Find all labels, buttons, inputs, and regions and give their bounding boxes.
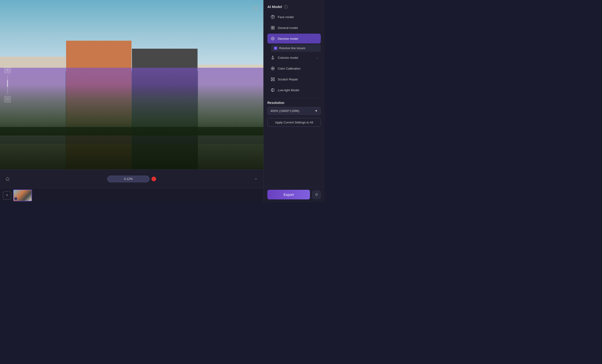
record-button[interactable] xyxy=(151,177,156,181)
resolve-line-issues-label: Resolve line issues xyxy=(279,46,318,50)
spacer xyxy=(264,130,324,187)
resolve-line-issues-checkbox[interactable] xyxy=(274,47,277,50)
colorize-model-label: Colorize model xyxy=(278,56,314,60)
low-light-label: Low-light Model xyxy=(278,88,318,92)
low-light-icon xyxy=(270,87,275,93)
svg-point-17 xyxy=(272,58,273,59)
resolution-value: 400% (16800*11996) xyxy=(270,109,299,113)
zoom-controls: + − xyxy=(4,67,11,103)
denoise-model-icon xyxy=(270,36,275,41)
colorize-model-icon xyxy=(270,55,275,60)
model-item-scratch-repair[interactable]: Scratch Repair xyxy=(267,74,321,84)
resolution-select[interactable]: 400% (16800*11996) ▼ xyxy=(267,107,321,115)
download-icon: ↓ xyxy=(316,56,318,60)
export-area: Export ⚙ xyxy=(264,187,324,202)
ai-model-section: AI Model i Face model xyxy=(264,5,324,96)
canvas-area: + − 0.12% xyxy=(0,0,263,202)
thumbnail-strip: + xyxy=(0,188,263,202)
settings-icon: ⚙ xyxy=(315,192,318,197)
home-button[interactable] xyxy=(4,175,11,183)
thumbnail-badge xyxy=(14,197,17,200)
app-container: + − 0.12% xyxy=(0,0,324,202)
apply-settings-button[interactable]: Apply Current Settings to All xyxy=(267,118,321,127)
main-image xyxy=(0,0,263,169)
panel-title: AI Model i xyxy=(267,5,321,9)
thumbnail-item[interactable] xyxy=(13,190,32,201)
ground-layer xyxy=(0,127,263,169)
scratch-repair-icon xyxy=(270,77,275,82)
model-item-low-light[interactable]: Low-light Model xyxy=(267,85,321,95)
divider xyxy=(267,98,321,98)
model-item-general[interactable]: General model xyxy=(267,23,321,33)
svg-rect-7 xyxy=(271,26,273,28)
svg-rect-0 xyxy=(254,7,257,10)
color-calibration-label: Color Calibration xyxy=(278,67,318,70)
face-model-label: Face model xyxy=(278,15,318,19)
resolution-title: Resolution xyxy=(267,101,321,105)
crop-button[interactable] xyxy=(252,4,259,12)
progress-bar: 0.12% xyxy=(107,176,150,182)
export-button[interactable]: Export xyxy=(267,190,310,199)
svg-rect-8 xyxy=(273,26,274,28)
svg-rect-10 xyxy=(273,28,274,29)
zoom-out-button[interactable]: − xyxy=(4,96,11,103)
model-item-face[interactable]: Face model xyxy=(267,12,321,22)
svg-point-5 xyxy=(272,16,273,17)
resolution-section: Resolution 400% (16800*11996) ▼ xyxy=(264,101,324,115)
zoom-in-button[interactable]: + xyxy=(4,67,11,73)
general-model-icon xyxy=(270,25,275,30)
svg-point-19 xyxy=(273,68,273,69)
info-icon[interactable]: i xyxy=(284,5,288,9)
resolve-line-issues-option[interactable]: Resolve line issues xyxy=(271,44,321,52)
color-calibration-icon xyxy=(270,66,275,71)
zoom-slider-thumb xyxy=(7,80,8,87)
svg-point-12 xyxy=(272,38,273,39)
zoom-slider[interactable] xyxy=(7,75,8,94)
right-panel: AI Model i Face model xyxy=(263,0,324,202)
svg-rect-9 xyxy=(271,28,273,29)
add-image-button[interactable]: + xyxy=(3,191,11,200)
progress-container: 0.12% xyxy=(107,176,156,182)
general-model-label: General model xyxy=(278,26,318,30)
panel-title-text: AI Model xyxy=(267,5,282,9)
scratch-repair-label: Scratch Repair xyxy=(278,78,318,81)
denoise-model-label: Denoise model xyxy=(278,37,318,41)
settings-button[interactable]: ⚙ xyxy=(312,191,321,199)
bottom-bar: 0.12% xyxy=(0,169,263,188)
resolution-chevron: ▼ xyxy=(315,109,318,113)
model-item-colorize[interactable]: Colorize model ↓ xyxy=(267,53,321,63)
model-item-denoise[interactable]: Denoise model xyxy=(267,34,321,43)
model-item-color-calibration[interactable]: Color Calibration xyxy=(267,64,321,73)
chevron-up-button[interactable] xyxy=(252,175,260,183)
progress-text: 0.12% xyxy=(110,177,147,181)
image-viewport: + − xyxy=(0,0,263,169)
face-model-icon xyxy=(270,14,275,20)
